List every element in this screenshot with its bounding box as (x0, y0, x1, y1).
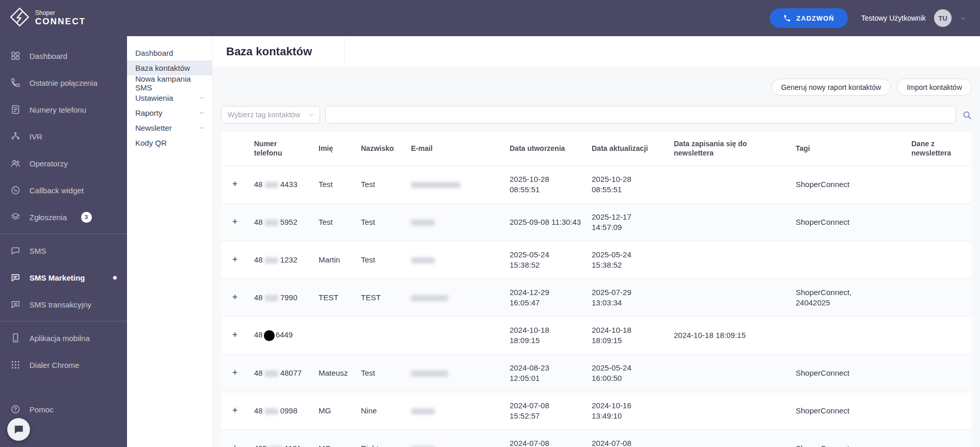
created-date-cell: 2024-10-18 18:09:15 (504, 316, 587, 354)
created-date-cell: 2025-05-24 15:38:52 (504, 241, 587, 279)
content-area: Generuj nowy raport kontaktów Import kon… (213, 79, 980, 447)
sidebar-item-aplikacja-mobilna[interactable]: Aplikacja mobilna (0, 325, 127, 351)
column-header (221, 132, 249, 165)
sidebar-item-ivr[interactable]: IVR (0, 123, 127, 150)
sidebar-item-label: Dialer Chrome (29, 361, 80, 369)
subnav-item-raporty[interactable]: Raporty (127, 105, 212, 120)
sidebar-item-label: IVR (29, 132, 42, 141)
subnav-item-dashboard[interactable]: Dashboard (127, 45, 212, 60)
table-row: +481232MartinTest2025-05-24 15:38:522025… (221, 241, 972, 279)
tag-select-placeholder: Wybierz tag kontaktów (228, 111, 301, 119)
newsletter-data-cell (906, 316, 972, 354)
search-input[interactable] (325, 106, 956, 124)
newsletter-data-cell (906, 203, 972, 241)
sidebar-item-callback-widget[interactable]: Callback widget (0, 177, 127, 204)
expand-row-button[interactable]: + (230, 292, 240, 303)
newsletter-data-cell (906, 279, 972, 316)
subnav-item-nowa-kampania-sms[interactable]: Nowa kampania SMS (127, 75, 212, 90)
avatar[interactable]: TU (934, 9, 952, 27)
dialer-chrome-icon (10, 360, 22, 370)
sidebar-item-ostatnie-pol-czenia[interactable]: Ostatnie połączenia (0, 69, 127, 96)
expand-cell: + (221, 429, 249, 447)
logo-text-big: CONNECT (35, 17, 86, 27)
column-header: Nazwisko (356, 132, 406, 165)
tags-cell: ShoperConnect (791, 354, 906, 392)
phone-prefix: 48 (254, 293, 263, 302)
expand-row-button[interactable]: + (230, 179, 240, 190)
column-header: Data zapisania się do newslettera (669, 132, 791, 165)
column-header: Tagi (791, 132, 906, 165)
subnav-item-label: Newsletter (135, 124, 172, 132)
created-date-cell: 2025-09-08 11:30:43 (504, 203, 587, 241)
expand-row-button[interactable]: + (230, 443, 240, 447)
first-name-cell: Test (313, 203, 356, 241)
subnav-item-baza-kontaktow[interactable]: Baza kontaktów (127, 60, 212, 75)
first-name-cell: MG (313, 392, 356, 429)
expand-cell: + (221, 203, 249, 241)
count-badge: 3 (81, 212, 92, 223)
updated-date-cell: 2024-07-08 15:52:55 (587, 429, 669, 447)
last-name-cell: Eight (356, 429, 406, 447)
expand-row-button[interactable]: + (230, 254, 240, 265)
subnav-item-ustawienia[interactable]: Ustawienia (127, 90, 212, 105)
phone-prefix: 48 (254, 406, 263, 415)
redacted-email (411, 220, 435, 226)
sidebar-nav: DashboardOstatnie połączeniaNumery telef… (0, 36, 127, 447)
sidebar-item-zgloszenia[interactable]: Zgłoszenia3 (0, 204, 127, 230)
sidebar-item-sms[interactable]: SMS (0, 237, 127, 264)
sidebar-item-dialer-chrome[interactable]: Dialer Chrome (0, 351, 127, 378)
expand-cell: + (221, 392, 249, 429)
phone-suffix: 6449 (276, 330, 293, 339)
email-cell (406, 203, 504, 241)
sidebar-item-sms-marketing[interactable]: SMS Marketing (0, 264, 127, 291)
table-row: +484433TestTest2025-10-28 08:55:512025-1… (221, 165, 972, 203)
phone-number-cell: 4848077 (249, 354, 313, 392)
chat-widget-button[interactable] (7, 418, 30, 441)
newsletter-signup-date-cell (669, 429, 791, 447)
newsletter-data-cell (906, 165, 972, 203)
tags-cell: ShoperConnect (791, 165, 906, 203)
newsletter-signup-date-cell (669, 392, 791, 429)
redaction-dot (264, 330, 275, 341)
sidebar-item-label: Pomoc (29, 405, 54, 414)
tag-select[interactable]: Wybierz tag kontaktów (221, 106, 320, 124)
expand-row-button[interactable]: + (230, 367, 240, 378)
call-button[interactable]: ZADZWOŃ (770, 8, 847, 28)
phone-prefix: 48 (254, 368, 263, 377)
subnav-item-kody-qr[interactable]: Kody QR (127, 135, 212, 150)
expand-row-button[interactable]: + (230, 330, 240, 341)
sidebar-item-numery-telefonu[interactable]: Numery telefonu (0, 96, 127, 123)
table-row: +485952TestTest2025-09-08 11:30:432025-1… (221, 203, 972, 241)
tags-cell (791, 241, 906, 279)
logo: Shoper CONNECT (0, 7, 127, 29)
expand-row-button[interactable]: + (230, 405, 240, 416)
page-title: Baza kontaktów (226, 45, 312, 58)
newsletter-data-cell (906, 354, 972, 392)
import-contacts-button[interactable]: Import kontaktów (897, 79, 972, 96)
first-name-cell: TEST (313, 279, 356, 316)
phone-number-cell: 4851121 (249, 429, 313, 447)
table-row: +4864492024-10-18 18:09:152024-10-18 18:… (221, 316, 972, 354)
expand-row-button[interactable]: + (230, 217, 240, 227)
redacted-phone-middle (265, 295, 278, 301)
last-name-cell: Test (356, 165, 406, 203)
sidebar-item-operatorzy[interactable]: Operatorzy (0, 150, 127, 177)
sidebar-item-label: Zgłoszenia (29, 213, 67, 222)
generate-report-button[interactable]: Generuj nowy raport kontaktów (771, 79, 891, 96)
notification-dot-icon (113, 276, 117, 280)
redacted-email (411, 295, 448, 301)
search-icon[interactable] (962, 110, 972, 120)
chevron-down-icon (198, 125, 205, 131)
table-row: +480998MGNine2024-07-08 15:52:572024-10-… (221, 392, 972, 429)
logo-text: Shoper CONNECT (35, 9, 86, 27)
tab-baza-kontaktow[interactable]: Baza kontaktów (213, 36, 345, 67)
sidebar-item-dashboard[interactable]: Dashboard (0, 42, 127, 69)
tags-cell: ShoperConnect, 24042025 (791, 279, 906, 316)
actions-row: Generuj nowy raport kontaktów Import kon… (221, 79, 972, 96)
subnav-item-newsletter[interactable]: Newsletter (127, 120, 212, 135)
header-right: ZADZWOŃ Testowy Użytkownik TU (770, 8, 980, 28)
sidebar-item-sms-transakcyjny[interactable]: SMS transakcyjny (0, 291, 127, 318)
chevron-down-icon[interactable] (960, 15, 967, 22)
table-header-row: Numer telefonuImięNazwiskoE-mailData utw… (221, 132, 972, 165)
subnav-item-label: Dashboard (135, 49, 173, 57)
